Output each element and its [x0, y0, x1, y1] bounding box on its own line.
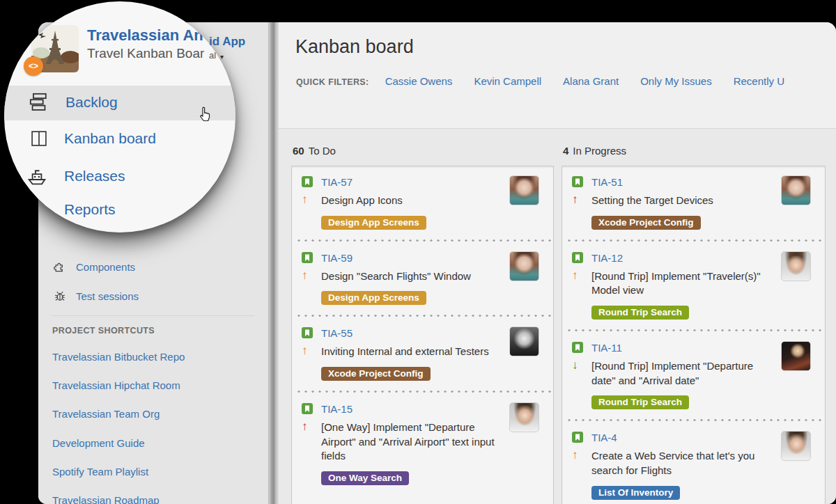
- issue-card[interactable]: TIA-55 ↑ Inviting Internal and external …: [292, 317, 553, 390]
- column-name: To Do: [309, 145, 336, 157]
- assignee-avatar[interactable]: [781, 341, 811, 371]
- issue-card[interactable]: TIA-4 ↑ Create a Web Service that let's …: [562, 422, 825, 504]
- issue-key[interactable]: TIA-57: [321, 175, 508, 190]
- shortcut-link-playlist[interactable]: Spotify Team Playlist: [52, 466, 148, 478]
- chevron-down-icon[interactable]: ▾: [220, 53, 224, 61]
- issue-label[interactable]: Xcode Project Config: [321, 367, 431, 381]
- assignee-avatar[interactable]: [509, 251, 539, 281]
- issue-key[interactable]: TIA-55: [321, 326, 508, 341]
- issue-title: Create a Web Service that let's you sear…: [591, 446, 780, 478]
- project-name: Travelassian An: [87, 26, 203, 45]
- issue-key[interactable]: TIA-15: [321, 402, 508, 417]
- story-type-icon: [572, 175, 590, 190]
- priority-high-icon: ↑: [302, 341, 320, 359]
- sidebar-item-label: Releases: [64, 168, 125, 184]
- sidebar-item-label: Components: [76, 261, 135, 273]
- issue-card[interactable]: TIA-11 ↓ [Round Trip] Implement "Departu…: [562, 332, 825, 418]
- priority-high-icon: ↑: [572, 446, 590, 478]
- issue-card[interactable]: TIA-12 ↑ [Round Trip] Implement "Travele…: [562, 242, 825, 329]
- story-type-icon: [572, 341, 590, 356]
- assignee-avatar[interactable]: [509, 175, 539, 205]
- issue-label[interactable]: Design App Screens: [321, 216, 426, 230]
- column-todo: TIA-57 ↑ Design App Icons Design App Scr…: [291, 166, 554, 504]
- issue-label[interactable]: Round Trip Search: [591, 306, 689, 320]
- kanban-board: 60To Do 4In Progress TIA-57 ↑ Design App…: [279, 129, 836, 504]
- issue-key[interactable]: TIA-12: [591, 251, 780, 266]
- magnifier-loupe: <> Travelassian An Travel Kanban Boar Ba…: [4, 1, 235, 233]
- issue-key[interactable]: TIA-51: [591, 175, 780, 190]
- shortcut-link-bitbucket[interactable]: Travelassian Bitbucket Repo: [52, 351, 185, 363]
- sidebar-item-label: Reports: [64, 201, 116, 218]
- sidebar-item-test-sessions[interactable]: Test sessions: [53, 289, 139, 303]
- issue-key[interactable]: TIA-4: [591, 431, 780, 446]
- priority-high-icon: ↑: [572, 266, 590, 298]
- kanban-board-icon: [29, 129, 49, 148]
- column-in-progress: TIA-51 ↑ Setting the Target Devices Xcod…: [562, 166, 826, 504]
- issue-title: Design "Search Flights" Window: [321, 266, 508, 284]
- issue-label[interactable]: Design App Screens: [321, 291, 426, 305]
- board-header: Kanban board QUICK FILTERS: Cassie Owens…: [279, 22, 836, 129]
- quick-filter-alana[interactable]: Alana Grant: [563, 75, 619, 87]
- bug-icon: [53, 289, 67, 303]
- quick-filters-bar: QUICK FILTERS: Cassie Owens Kevin Campel…: [296, 75, 806, 87]
- quick-filter-my-issues[interactable]: Only My Issues: [640, 75, 712, 87]
- priority-highest-icon: ↑: [572, 190, 590, 208]
- shortcut-link-dev-guide[interactable]: Development Guide: [52, 437, 145, 449]
- shortcut-link-roadmap[interactable]: Travelassian Roadmap: [52, 494, 160, 504]
- shortcut-link-team-org[interactable]: Travelassian Team Org: [52, 408, 160, 420]
- sidebar-item-label: Test sessions: [76, 290, 139, 302]
- sidebar-item-label: Kanban board: [64, 130, 156, 147]
- issue-card[interactable]: TIA-57 ↑ Design App Icons Design App Scr…: [292, 166, 553, 239]
- story-type-icon: [302, 251, 320, 266]
- quick-filter-recently-updated[interactable]: Recently U: [734, 75, 784, 87]
- issue-label[interactable]: Round Trip Search: [591, 395, 689, 409]
- assignee-avatar[interactable]: [781, 431, 811, 461]
- assignee-avatar[interactable]: [781, 175, 811, 205]
- puzzle-icon: [53, 260, 67, 274]
- quick-filter-cassie[interactable]: Cassie Owens: [385, 75, 453, 87]
- assignee-avatar[interactable]: [509, 402, 539, 432]
- issue-key[interactable]: TIA-59: [321, 251, 508, 266]
- issue-label[interactable]: Xcode Project Config: [591, 216, 701, 230]
- quick-filter-kevin[interactable]: Kevin Campell: [474, 75, 541, 87]
- issue-title: [One Way] Implement "Departure Airport" …: [321, 417, 508, 464]
- issue-label[interactable]: One Way Search: [321, 471, 409, 485]
- cursor-pointer-icon: [196, 106, 213, 127]
- issue-card[interactable]: TIA-59 ↑ Design "Search Flights" Window …: [292, 242, 553, 315]
- story-type-icon: [302, 326, 320, 341]
- column-header-in-progress: 4In Progress: [563, 145, 626, 157]
- main-content: Kanban board QUICK FILTERS: Cassie Owens…: [279, 22, 836, 504]
- issue-card[interactable]: TIA-51 ↑ Setting the Target Devices Xcod…: [562, 166, 825, 239]
- column-count: 60: [293, 145, 304, 157]
- priority-minor-icon: ↓: [572, 356, 590, 388]
- issue-label[interactable]: List Of Inventory: [591, 486, 680, 500]
- sidebar-item-backlog[interactable]: Backlog: [27, 90, 118, 113]
- project-name-overflow: id App: [209, 35, 245, 49]
- board-name[interactable]: Travel Kanban Boar: [87, 46, 204, 61]
- column-header-todo: 60To Do: [293, 145, 336, 157]
- sidebar-item-components[interactable]: Components: [53, 260, 135, 274]
- sidebar-item-label: Backlog: [65, 94, 118, 111]
- page-title: Kanban board: [295, 36, 414, 58]
- priority-high-icon: ↑: [302, 266, 320, 284]
- board-name-overflow: al: [209, 50, 216, 61]
- priority-high-icon: ↑: [302, 190, 320, 208]
- code-badge-icon: <>: [24, 56, 43, 76]
- project-shortcuts-header: PROJECT SHORTCUTS: [52, 326, 155, 336]
- assignee-avatar[interactable]: [509, 326, 539, 356]
- issue-card[interactable]: TIA-15 ↑ [One Way] Implement "Departure …: [292, 393, 553, 494]
- issue-title: Inviting Internal and external Testers: [321, 341, 508, 359]
- sidebar-scrollbar[interactable]: [268, 22, 279, 504]
- ship-icon: [25, 164, 49, 188]
- story-type-icon: [572, 251, 590, 266]
- backlog-icon: [27, 90, 50, 113]
- sidebar-item-releases[interactable]: Releases: [25, 164, 125, 188]
- issue-title: [Round Trip] Implement "Departure date" …: [591, 356, 780, 388]
- sidebar-item-reports[interactable]: Reports: [64, 201, 116, 218]
- issue-key[interactable]: TIA-11: [591, 341, 780, 356]
- issue-title: Setting the Target Devices: [591, 190, 780, 208]
- sidebar-item-kanban-board[interactable]: Kanban board: [29, 129, 156, 148]
- shortcut-link-hipchat[interactable]: Travelassian Hipchat Room: [52, 379, 180, 391]
- assignee-avatar[interactable]: [781, 251, 811, 281]
- story-type-icon: [302, 402, 320, 417]
